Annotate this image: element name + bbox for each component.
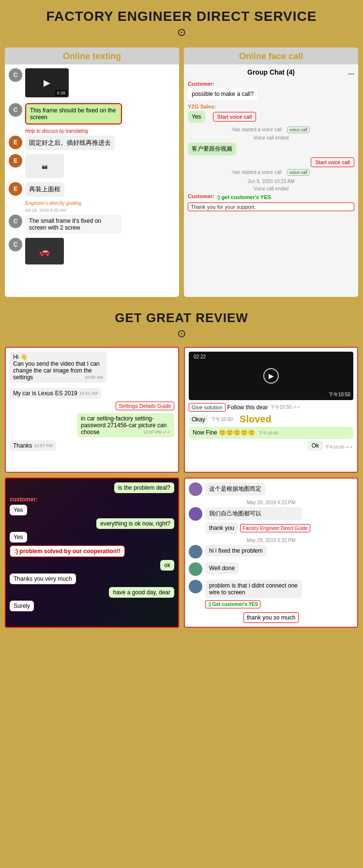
bubble-yes: Yes — [188, 111, 205, 123]
get-yes-row: :) Get customer's YES — [205, 600, 302, 608]
yzg-row: YZG Sales: Yes Start voice call — [188, 104, 354, 123]
time-p2-5: 下午10:50 ✓✓ — [325, 444, 353, 450]
cn-bubble-1: 这个是根据地图而定 — [205, 482, 265, 496]
customer-get-yes-row: Customer: :) get customer's YES Thank yo… — [188, 193, 354, 211]
problem-solved-row: :) problem solved by our cooperation!! — [10, 545, 174, 557]
cn-row-fixed: hi i fixed the problem — [189, 545, 353, 558]
bubble-chinese-1: 固定好之后。插好线再推进去 — [25, 136, 115, 150]
time-3: 12:07 PM ✓✓ — [143, 430, 171, 434]
bubble-everything: everything is ok now, right? — [96, 518, 174, 529]
customer-label-2: Customer: — [188, 193, 214, 199]
chevron-icon: ⊙ — [5, 26, 358, 39]
thank-so-much-box: thank you so much — [243, 612, 299, 623]
time-4: 12:07 PM — [34, 443, 53, 448]
bubble-is-problem: is the problem deal? — [114, 482, 174, 493]
panel3-content: is the problem deal? customer: Yes every… — [10, 482, 174, 611]
thank-so-much-row: thank you so much — [189, 612, 353, 623]
bubble-yes2: Yes — [10, 532, 27, 542]
engineer-annotation: Engineer's directly guiding — [25, 201, 175, 206]
time-p2-3: 下午10:50 — [211, 416, 233, 423]
follow-dear: Follow this dear — [227, 404, 268, 411]
bubble-yes1: Yes — [10, 505, 27, 515]
cn-row-2: 我们自己地图都可以 thank you Facotry Engineer Dir… — [189, 507, 353, 534]
now-fine-row: Now Fine 🙂🙂🙂🙂🙂 下午10:50 — [189, 427, 353, 439]
panel-4: 这个是根据地图而定 May 28, 2019 4:23 PM 我们自己地图都可以… — [184, 478, 358, 628]
online-texting-panel: Online texting C ▶ 0:28 C This frame sho… — [5, 47, 179, 297]
get-yes-box: :) Get customer's YES — [205, 600, 260, 608]
play-icon: ▶ — [44, 78, 50, 88]
cn-date-2: May 28, 2019 5:32 PM — [189, 538, 353, 543]
customer-label-1: Customer: — [188, 81, 354, 87]
panel-3: is the problem deal? customer: Yes every… — [5, 478, 179, 628]
online-face-call-title: Online face call — [184, 47, 358, 64]
get-great-review-title: GET GREAT REVIEW — [5, 310, 358, 326]
get-yes-label: :) get customer's YES — [216, 194, 271, 200]
bubble-problem-solved: :) problem solved by our cooperation!! — [10, 545, 125, 557]
is-problem-row: is the problem deal? — [10, 482, 174, 493]
bubble-surely: Surely — [10, 601, 34, 611]
avatar-c: C — [9, 68, 22, 82]
bubble-okay: Okay — [189, 415, 208, 424]
yes1-row: Yes — [10, 505, 174, 515]
bubble-lexus: My car is Lexus ES 2019 10:51 AM — [10, 388, 101, 399]
cn-bubble-problem: problem is that i didnt connect one wire… — [205, 580, 302, 598]
cn-bubble-fixed: hi i fixed the problem — [205, 545, 267, 557]
ok-reply: Ok — [308, 441, 323, 450]
cn-avatar-5 — [189, 580, 202, 593]
bubble-thanks: Thanks 12:07 PM — [10, 440, 56, 451]
chat-right-body: Group Chat (4) ... Customer: possible to… — [184, 64, 358, 297]
give-solution-badge: Give solution — [189, 403, 226, 412]
yzg-label: YZG Sales: — [188, 104, 354, 109]
now-fine-text: Now Fine 🙂🙂🙂🙂🙂 — [193, 429, 255, 436]
ok-row: ok — [10, 560, 174, 571]
voice-ended-1: Voice call ended — [188, 135, 354, 140]
start-voice-call-2[interactable]: Start voice call — [311, 157, 354, 167]
cn-avatar-3 — [189, 545, 202, 558]
bubble-chinese-2: 再装上面框 — [25, 182, 64, 197]
chat-left-body: C ▶ 0:28 C This frame should be fixed on… — [5, 64, 179, 297]
start-voice-call-1[interactable]: Start voice call — [213, 112, 257, 122]
cn-avatar-4 — [189, 562, 202, 576]
online-texting-title: Online texting — [5, 47, 179, 64]
bubble-chinese-video: 客户要跟你视频 — [188, 142, 236, 155]
cn-row-1: 这个是根据地图而定 — [189, 482, 353, 496]
annotation-translating: Help to discuss by translating — [25, 128, 175, 134]
settings-guide-row: Settings Details Guide — [10, 401, 174, 411]
surely-row: Surely — [10, 601, 174, 611]
thanks-very-row: Thanks you very much — [10, 574, 174, 584]
bubble-good-day: have a good day, dear — [109, 587, 174, 598]
time-2: 10:51 AM — [79, 391, 98, 396]
bubble-fixed-screen: This frame should be fixed on the screen — [25, 103, 122, 124]
time-p2-2: 下午10:50 ✓✓ — [270, 404, 301, 411]
date-2: Jun 8, 2020 10:23 AM — [188, 179, 354, 184]
video-thumb-panel2: 02:22 ▶ 下午10:50 — [189, 352, 353, 400]
bubble-thanks-very: Thanks you very much — [10, 574, 76, 584]
more-options-icon[interactable]: ... — [348, 68, 354, 77]
panel-1: Hi 👋 Can you send the video that I can c… — [5, 347, 179, 473]
started-voice-1: has started a voice call voice call — [188, 126, 354, 133]
factory-eng-badge: Facotry Engineer Direct Guide — [240, 524, 310, 532]
settings-guide-badge: Settings Details Guide — [116, 402, 174, 410]
msg-row-screw: C The small frame it's fixed on screen w… — [9, 215, 175, 234]
time-1: 10:50 AM — [85, 375, 103, 380]
give-solution-row: Give solution Follow this dear 下午10:50 ✓… — [189, 403, 353, 412]
customer-msg-row-1: Customer: possible to make a call? — [188, 81, 354, 100]
top-section: Online texting C ▶ 0:28 C This frame sho… — [0, 43, 363, 304]
bubble-ok: ok — [160, 560, 174, 571]
factory-setting-row: in car setting-factory setting-password … — [10, 413, 174, 437]
thanks-row: Thanks 12:07 PM — [10, 440, 174, 451]
yes2-row: Yes — [10, 532, 174, 542]
cn-thank: thank you — [205, 522, 238, 534]
voice-ended-2: Voice call ended — [188, 186, 354, 191]
voice-call-badge-2: voice call — [287, 169, 310, 176]
page-title: FACTORY ENGINEER DIRECT SERVICE — [5, 9, 358, 24]
avatar-e1: E — [9, 136, 22, 149]
bubble-screw: The small frame it's fixed on screen wit… — [25, 215, 122, 234]
group-chat-header: Group Chat (4) ... — [188, 68, 354, 76]
cn-avatar-2 — [189, 507, 202, 521]
cn-bubble-welldone: Well done — [205, 562, 239, 574]
started-voice-2: has started a voice call voice call — [188, 169, 354, 176]
ok-reply-row: Ok 下午10:50 ✓✓ — [189, 441, 353, 450]
chevron-icon-2: ⊙ — [5, 327, 358, 340]
everything-row: everything is ok now, right? — [10, 518, 174, 529]
